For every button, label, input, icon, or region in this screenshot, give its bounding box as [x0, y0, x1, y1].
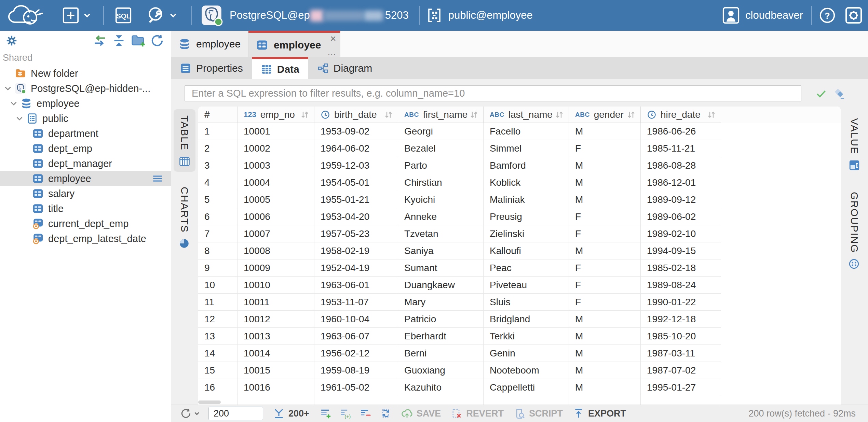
data-cell[interactable]: 10007 [238, 225, 314, 242]
data-cell[interactable]: 10002 [238, 140, 314, 157]
data-cell[interactable]: 1985-11-21 [641, 140, 721, 157]
refresh-document-button[interactable] [380, 407, 392, 420]
data-cell[interactable]: Patricio [398, 311, 484, 328]
data-cell[interactable]: 1986-08-28 [641, 157, 721, 174]
data-cell[interactable]: Preusig [484, 208, 569, 225]
column-header-hire_date[interactable]: hire_date [641, 107, 721, 123]
refresh-results-button[interactable] [180, 407, 200, 420]
data-cell[interactable]: 1955-01-21 [314, 191, 398, 208]
data-cell[interactable]: F [569, 277, 641, 294]
panel-tab-grouping[interactable]: GROUPING [843, 186, 865, 274]
data-cell[interactable]: Mary [398, 294, 484, 311]
save-button[interactable]: SAVE [401, 407, 441, 420]
tab-data[interactable]: Data [252, 57, 308, 79]
tree-item-postgresql-ep-hidden-[interactable]: PostgreSQL@ep-hidden-... [0, 81, 171, 96]
data-cell[interactable]: 1952-04-19 [314, 259, 398, 277]
data-cell[interactable]: Genin [484, 345, 569, 362]
clear-filter-eraser-icon[interactable] [833, 87, 845, 100]
data-cell[interactable]: 1958-02-19 [314, 242, 398, 259]
duplicate-row-button[interactable]: (+) [339, 407, 352, 420]
data-cell[interactable]: 10006 [238, 208, 314, 225]
data-cell[interactable]: Tzvetan [398, 225, 484, 242]
data-cell[interactable]: 1989-08-24 [641, 277, 721, 294]
data-cell[interactable]: Kalloufi [484, 242, 569, 259]
data-cell[interactable]: 1989-02-10 [641, 225, 721, 242]
data-cell[interactable]: 1953-11-07 [314, 294, 398, 311]
data-cell[interactable]: 10001 [238, 123, 314, 140]
data-cell[interactable]: F [569, 140, 641, 157]
data-cell[interactable]: 10005 [238, 191, 314, 208]
data-cell[interactable]: 10010 [238, 277, 314, 294]
row-number-cell[interactable]: 13 [198, 328, 238, 345]
tree-item-dept-emp[interactable]: dept_emp [0, 141, 171, 156]
data-cell[interactable]: 10014 [238, 345, 314, 362]
tab-properties[interactable]: Properties [171, 57, 252, 79]
data-cell[interactable]: 1995-01-27 [641, 379, 721, 396]
data-cell[interactable]: M [569, 157, 641, 174]
row-number-cell[interactable]: 2 [198, 140, 238, 157]
column-header-rownum[interactable]: # [198, 107, 238, 123]
row-number-cell[interactable]: 15 [198, 362, 238, 379]
data-cell[interactable]: Piveteau [484, 277, 569, 294]
row-number-cell[interactable]: 7 [198, 225, 238, 242]
connection-name[interactable]: PostgreSQL@ep5203 [230, 9, 409, 22]
tree-item-salary[interactable]: salary [0, 186, 171, 201]
new-connection-button[interactable] [62, 6, 92, 25]
data-cell[interactable]: 1956-02-12 [314, 345, 398, 362]
schema-selector[interactable]: public@employee [448, 9, 533, 22]
data-cell[interactable]: 10011 [238, 294, 314, 311]
data-cell[interactable]: Terkki [484, 328, 569, 345]
refresh-tree-button[interactable] [150, 33, 165, 48]
column-header-birth_date[interactable]: birth_date [314, 107, 398, 123]
column-header-last_name[interactable]: ABClast_name [484, 107, 569, 123]
schema-selector-icon[interactable] [426, 7, 443, 24]
column-header-first_name[interactable]: ABCfirst_name [398, 107, 484, 123]
data-cell[interactable]: Guoxiang [398, 362, 484, 379]
panel-tab-value[interactable]: VALUE [843, 112, 865, 175]
data-cell[interactable]: Kazuhito [398, 379, 484, 396]
data-cell[interactable]: 10004 [238, 174, 314, 191]
horizontal-scrollbar-thumb[interactable] [198, 400, 221, 404]
data-cell[interactable]: 1961-05-02 [314, 379, 398, 396]
editor-tab-employee-database[interactable]: employee [171, 31, 248, 57]
data-cell[interactable]: Maliniak [484, 191, 569, 208]
editor-tab-employee-table[interactable]: employee × ... [248, 31, 340, 57]
fetch-size-input[interactable] [208, 407, 263, 420]
column-header-gender[interactable]: ABCgender [569, 107, 641, 123]
data-cell[interactable]: Bridgland [484, 311, 569, 328]
data-cell[interactable]: F [569, 225, 641, 242]
data-cell[interactable]: 1960-10-04 [314, 311, 398, 328]
data-cell[interactable]: Koblick [484, 174, 569, 191]
data-cell[interactable]: M [569, 379, 641, 396]
sql-filter-input[interactable] [185, 85, 801, 101]
tree-item-public[interactable]: public [0, 111, 171, 126]
data-cell[interactable]: 1990-01-22 [641, 294, 721, 311]
navigator-settings-gear-button[interactable] [4, 33, 19, 48]
row-number-cell[interactable]: 3 [198, 157, 238, 174]
data-cell[interactable]: 1953-04-20 [314, 208, 398, 225]
delete-row-button[interactable] [359, 407, 371, 420]
data-cell[interactable]: M [569, 174, 641, 191]
user-name[interactable]: cloudbeaver [745, 9, 803, 22]
link-to-editor-button[interactable] [92, 33, 107, 48]
data-cell[interactable]: Duangkaew [398, 277, 484, 294]
data-cell[interactable]: Berni [398, 345, 484, 362]
data-cell[interactable]: Facello [484, 123, 569, 140]
data-cell[interactable]: Bamford [484, 157, 569, 174]
row-number-cell[interactable]: 12 [198, 311, 238, 328]
data-cell[interactable]: 10008 [238, 242, 314, 259]
data-cell[interactable]: Sluis [484, 294, 569, 311]
script-button[interactable]: SCRIPT [513, 407, 563, 420]
close-tab-icon[interactable]: × [330, 33, 336, 44]
presentation-tab-table[interactable]: TABLE [174, 109, 195, 172]
data-cell[interactable]: 1987-03-11 [641, 345, 721, 362]
row-number-cell[interactable]: 11 [198, 294, 238, 311]
data-cell[interactable]: Saniya [398, 242, 484, 259]
data-cell[interactable]: Parto [398, 157, 484, 174]
row-number-cell[interactable]: 14 [198, 345, 238, 362]
data-cell[interactable]: 10009 [238, 259, 314, 277]
data-cell[interactable]: 10012 [238, 311, 314, 328]
tree-item-title[interactable]: title [0, 201, 171, 216]
data-cell[interactable]: 1959-08-19 [314, 362, 398, 379]
data-cell[interactable]: Nooteboom [484, 362, 569, 379]
